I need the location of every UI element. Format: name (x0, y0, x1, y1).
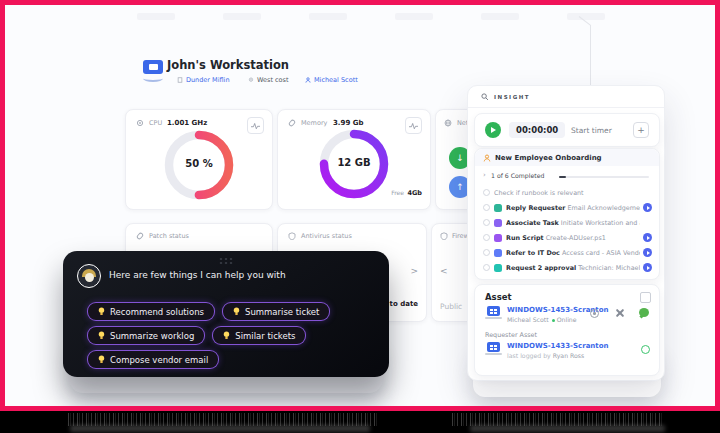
suggestion-summarise-ticket[interactable]: Summarise ticket (222, 302, 330, 321)
cpu-label: CPU (149, 119, 162, 127)
ghost-tab (137, 13, 175, 20)
antivirus-label: Antivirus status (301, 232, 352, 240)
suggestion-similar-tickets[interactable]: Similar tickets (212, 326, 306, 345)
checklist-item[interactable]: Associate Task Initiate Workstation and … (475, 215, 659, 230)
chat-bubble-icon[interactable] (639, 308, 649, 317)
bulb-icon (223, 331, 230, 340)
cpu-chart-button[interactable] (247, 117, 264, 134)
globe-icon (444, 119, 452, 127)
run-step-button[interactable] (643, 203, 652, 212)
checkbox-icon[interactable] (483, 234, 490, 241)
asset-title: Asset (485, 292, 512, 302)
ghost-tab (395, 13, 433, 20)
checkbox-icon[interactable] (483, 219, 490, 226)
owner-link[interactable]: Micheal Scott (314, 76, 358, 84)
checkbox-icon[interactable] (483, 189, 490, 196)
tools-icon[interactable] (615, 308, 625, 318)
online-dot (552, 319, 555, 322)
cpu-percent: 50 % (126, 158, 272, 169)
expand-icon[interactable] (640, 292, 651, 303)
patch-label: Patch status (149, 232, 189, 240)
memory-link-icon (288, 119, 296, 127)
checklist-item[interactable]: Refer to IT Doc Access card - ASIA Vendo… (475, 245, 659, 260)
assistant-greeting: Here are few things I can help you with (109, 270, 286, 280)
laptop-icon (485, 342, 502, 356)
onboarding-checklist-card: New Employee Onboarding › 1 of 6 Complet… (474, 148, 660, 280)
ghost-tab (567, 13, 605, 20)
memory-chart-button[interactable] (405, 117, 422, 134)
run-step-button[interactable] (643, 233, 652, 242)
timer-value: 00:00:00 (509, 122, 565, 138)
approval-task-icon (494, 264, 502, 272)
laptop-icon (485, 306, 502, 320)
suggestion-compose-vendor-email[interactable]: Compose vendor email (87, 350, 219, 369)
insight-panel: INSIGHT 00:00:00 Start timer + New Emplo… (467, 85, 665, 381)
checklist-item[interactable]: Reply Requester Email Acknowledgement -.… (475, 200, 659, 215)
checkbox-icon[interactable] (483, 264, 490, 271)
timer-card: 00:00:00 Start timer + (474, 113, 660, 147)
assistant-avatar (77, 264, 101, 288)
cpu-card: CPU 1.001 GHz 50 % (125, 109, 273, 210)
bulb-icon (98, 355, 105, 364)
memory-free-value: 4Gb (407, 189, 422, 197)
divider (468, 107, 664, 108)
associate-task-icon (494, 219, 502, 227)
owner-icon (305, 77, 311, 83)
bulb-icon (98, 331, 105, 340)
reply-task-icon (494, 204, 502, 212)
suggestion-list: Recommend solutions Summarise ticket Sum… (87, 302, 383, 369)
ghost-tab (309, 13, 347, 20)
progress-bar (559, 176, 649, 178)
checklist-item[interactable]: Request 2 approval Technician: Michael J… (475, 260, 659, 275)
firewall-status: Public (440, 302, 462, 311)
artifact-blur (70, 425, 370, 432)
collapse-icon[interactable]: › (483, 171, 486, 179)
paperclip-icon (136, 232, 144, 240)
remote-session-icon[interactable] (590, 309, 599, 318)
checklist-item[interactable]: Run Script Create-ADUser.ps1 (475, 230, 659, 245)
company-link[interactable]: Dunder Miflin (186, 76, 230, 84)
page-title: John's Workstation (167, 58, 289, 72)
pulse-icon (408, 121, 419, 130)
requester-asset-label: Requester Asset (485, 331, 537, 339)
suggestion-recommend-solutions[interactable]: Recommend solutions (87, 302, 215, 321)
app-frame: John's Workstation Dunder Miflin West co… (0, 0, 720, 411)
start-timer-button[interactable] (485, 122, 501, 138)
carousel-next-icon[interactable]: > (410, 266, 418, 276)
bulb-icon (233, 307, 240, 316)
doc-task-icon (494, 249, 502, 257)
screenshot-root: John's Workstation Dunder Miflin West co… (0, 0, 720, 433)
memory-card: Memory 3.99 Gb 12 GB Free 4Gb (277, 109, 431, 210)
workstation-icon (143, 60, 163, 74)
run-step-button[interactable] (643, 248, 652, 257)
checklist-item[interactable]: Check if runbook is relevant (475, 185, 659, 200)
memory-used: 12 GB (278, 157, 430, 168)
ghost-tab (481, 13, 519, 20)
insight-title: INSIGHT (494, 94, 530, 100)
ghost-tab (223, 13, 261, 20)
location-icon (248, 77, 254, 83)
shield-icon (288, 232, 296, 240)
drag-handle[interactable] (219, 257, 234, 264)
workstation-icon-stand (143, 75, 163, 82)
bulb-icon (98, 307, 105, 316)
start-timer-label: Start timer (571, 126, 612, 135)
checkbox-icon[interactable] (483, 204, 490, 211)
suggestion-summarize-worklog[interactable]: Summarize worklog (87, 326, 205, 345)
requester-asset-link[interactable]: WINDOWS-1433-Scranton (507, 342, 609, 350)
company-icon (177, 77, 183, 83)
progress-fill (559, 176, 566, 178)
asset-card: Asset WINDOWS-1453-Scranton Micheal Scot… (474, 284, 660, 376)
asset-owner: Micheal ScottOnline (507, 316, 577, 323)
carousel-prev-icon[interactable]: < (440, 266, 448, 276)
ai-assistant-popup: Here are few things I can help you with … (63, 251, 389, 377)
status-ring-icon (641, 345, 650, 354)
checkbox-icon[interactable] (483, 249, 490, 256)
onboarding-icon (483, 154, 491, 162)
memory-free-label: Free (391, 189, 404, 196)
checklist-title: New Employee Onboarding (495, 154, 602, 162)
run-step-button[interactable] (643, 263, 652, 272)
callout-line (590, 25, 591, 85)
add-timer-button[interactable]: + (633, 122, 649, 138)
requester-asset-meta: last logged by Ryan Ross (507, 352, 584, 359)
